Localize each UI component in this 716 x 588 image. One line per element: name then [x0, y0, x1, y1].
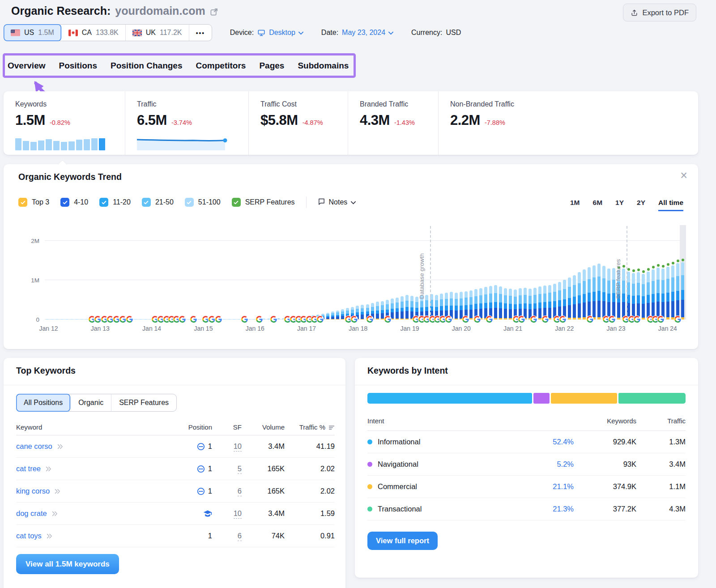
- metric-traffic[interactable]: Traffic6.5M-3.74%: [125, 91, 249, 155]
- trend-bar[interactable]: [661, 268, 665, 320]
- trend-bar[interactable]: [60, 319, 64, 320]
- google-update-icon[interactable]: [350, 315, 358, 323]
- legend-toggle-4-10[interactable]: 4-10: [60, 198, 88, 207]
- trend-bar[interactable]: [198, 319, 201, 320]
- google-update-icon[interactable]: [384, 315, 392, 323]
- range-1y[interactable]: 1Y: [615, 199, 624, 211]
- trend-bar[interactable]: [592, 265, 596, 320]
- trend-bar[interactable]: [676, 263, 679, 320]
- google-update-icon[interactable]: [462, 315, 469, 323]
- trend-bar[interactable]: [681, 262, 684, 320]
- google-update-icon[interactable]: [486, 315, 493, 323]
- google-update-icon[interactable]: [190, 315, 197, 323]
- date-value[interactable]: May 23, 2024: [342, 29, 393, 37]
- trend-bar[interactable]: [553, 284, 556, 320]
- legend-toggle-11-20[interactable]: 11-20: [99, 198, 131, 207]
- keyword-link[interactable]: cat tree: [16, 464, 41, 473]
- trend-bar[interactable]: [524, 288, 527, 320]
- col-position[interactable]: Position: [188, 423, 212, 431]
- trend-bar[interactable]: [558, 282, 561, 320]
- trend-bar[interactable]: [85, 319, 88, 320]
- google-update-icon[interactable]: [608, 315, 616, 323]
- metric-non-branded-traffic[interactable]: Non-Branded Traffic2.2M-7.88%: [439, 91, 698, 155]
- range-1m[interactable]: 1M: [570, 199, 580, 211]
- col-volume[interactable]: Volume: [262, 423, 285, 431]
- view-all-keywords-button[interactable]: View all 1.5M keywords: [16, 554, 119, 574]
- trend-bar[interactable]: [139, 319, 142, 320]
- trend-bar[interactable]: [223, 319, 226, 320]
- trend-bar[interactable]: [376, 302, 379, 320]
- trend-bar[interactable]: [588, 267, 591, 320]
- google-update-icon[interactable]: [530, 315, 537, 323]
- google-update-icon[interactable]: [674, 315, 682, 323]
- intent-percent-link[interactable]: 21.3%: [553, 505, 574, 513]
- trend-bar[interactable]: [391, 298, 394, 320]
- intent-percent-link[interactable]: 52.4%: [553, 438, 574, 446]
- trend-bar[interactable]: [583, 269, 586, 320]
- trend-bar[interactable]: [597, 264, 601, 320]
- trend-bar[interactable]: [548, 285, 551, 320]
- trend-bar[interactable]: [622, 268, 625, 320]
- intent-percent-link[interactable]: 5.2%: [557, 460, 574, 469]
- sitelinks-icon[interactable]: [197, 465, 205, 473]
- trend-bar[interactable]: [533, 288, 537, 320]
- trend-bar[interactable]: [65, 319, 68, 320]
- range-2y[interactable]: 2Y: [637, 199, 645, 211]
- trend-bar[interactable]: [519, 288, 522, 320]
- google-update-icon[interactable]: [179, 315, 186, 323]
- google-update-icon[interactable]: [126, 315, 133, 323]
- trend-bar[interactable]: [396, 298, 399, 320]
- trend-bar[interactable]: [405, 295, 409, 320]
- trend-bar[interactable]: [80, 319, 83, 320]
- metric-keywords[interactable]: Keywords1.5M-0.82%: [4, 91, 125, 155]
- google-update-icon[interactable]: [316, 315, 324, 323]
- trend-bar[interactable]: [642, 274, 645, 320]
- intent-bar-segment-informational[interactable]: [367, 393, 532, 404]
- trend-bar[interactable]: [252, 319, 256, 320]
- trend-bar[interactable]: [70, 319, 73, 320]
- country-tab-uk[interactable]: UK117.2K: [126, 25, 189, 41]
- sitelinks-icon[interactable]: [197, 443, 205, 451]
- double-chevron-icon[interactable]: [45, 466, 51, 472]
- double-chevron-icon[interactable]: [57, 444, 63, 449]
- trend-bar[interactable]: [656, 268, 660, 320]
- keyword-link[interactable]: king corso: [16, 487, 50, 495]
- tab-position-changes[interactable]: Position Changes: [111, 61, 182, 71]
- intent-percent-link[interactable]: 21.1%: [553, 482, 574, 491]
- trend-bar[interactable]: [627, 272, 630, 320]
- intent-bar-segment-transactional[interactable]: [618, 393, 686, 404]
- double-chevron-icon[interactable]: [51, 511, 58, 516]
- trend-bar[interactable]: [568, 277, 571, 320]
- device-value[interactable]: Desktop: [269, 29, 303, 37]
- double-chevron-icon[interactable]: [46, 533, 52, 539]
- keyword-link[interactable]: cane corso: [16, 442, 52, 451]
- trend-bar[interactable]: [514, 290, 517, 320]
- google-update-icon[interactable]: [586, 315, 594, 323]
- intent-bar-segment-commercial[interactable]: [551, 393, 617, 404]
- legend-toggle-21-50[interactable]: 21-50: [142, 198, 174, 207]
- sf-value[interactable]: 10: [234, 442, 242, 452]
- range-6m[interactable]: 6M: [593, 199, 603, 211]
- google-update-icon[interactable]: [256, 315, 263, 323]
- trend-bar[interactable]: [607, 268, 610, 320]
- trend-bar[interactable]: [504, 288, 507, 320]
- col-sf[interactable]: SF: [233, 423, 242, 431]
- close-icon[interactable]: ×: [680, 170, 687, 182]
- google-update-icon[interactable]: [366, 315, 374, 323]
- trend-bar[interactable]: [528, 289, 532, 320]
- country-tab-ca[interactable]: CA133.8K: [62, 25, 126, 41]
- export-to-pdf-button[interactable]: Export to PDF: [623, 4, 696, 21]
- trend-bar[interactable]: [666, 267, 669, 320]
- trend-bar[interactable]: [479, 288, 482, 320]
- col-keyword[interactable]: Keyword: [16, 423, 159, 431]
- trend-bar[interactable]: [460, 292, 463, 320]
- google-update-icon[interactable]: [270, 315, 277, 323]
- trend-bar[interactable]: [637, 272, 640, 320]
- google-update-icon[interactable]: [633, 315, 641, 323]
- keyword-link[interactable]: cat toys: [16, 532, 42, 540]
- trend-bar[interactable]: [55, 319, 59, 320]
- trend-bar[interactable]: [499, 286, 502, 320]
- google-update-icon[interactable]: [473, 315, 481, 323]
- view-full-report-button[interactable]: View full report: [367, 532, 438, 550]
- trend-bar[interactable]: [277, 318, 280, 320]
